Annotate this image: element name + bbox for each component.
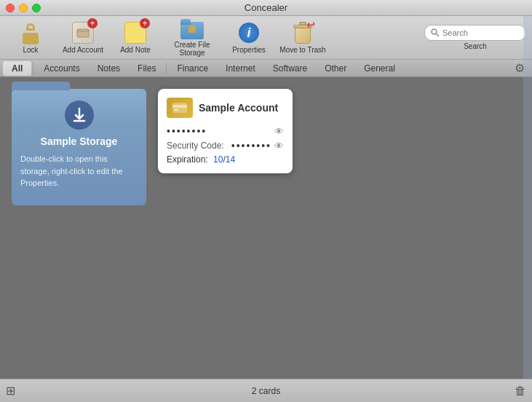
account-card-header: Sample Account (167, 98, 284, 118)
storage-card[interactable]: Sample Storage Double-click to open this… (12, 89, 146, 205)
folder-tab (12, 82, 70, 90)
add-note-label: Add Note (120, 46, 151, 54)
svg-point-2 (432, 29, 437, 34)
statusbar: ⊞ 2 cards 🗑 (0, 379, 532, 402)
account-password-field: •••••••• 👁 (167, 125, 284, 137)
tab-internet[interactable]: Internet (217, 61, 264, 76)
card-count: 2 cards (252, 386, 280, 396)
properties-button[interactable]: i Properties (224, 19, 274, 57)
add-account-icon (71, 21, 95, 44)
search-icon (431, 28, 440, 37)
tab-software[interactable]: Software (264, 61, 316, 76)
password-eye-icon[interactable]: 👁 (274, 126, 284, 137)
main-content: Sample Storage Double-click to open this… (0, 77, 532, 379)
add-account-label: Add Account (63, 46, 103, 54)
add-note-button[interactable]: Add Note (111, 19, 160, 57)
tab-finance[interactable]: Finance (168, 61, 217, 76)
search-input[interactable] (442, 28, 520, 37)
search-container: Search (424, 25, 526, 50)
search-label: Search (464, 42, 487, 50)
tab-divider-1 (33, 63, 33, 74)
tab-general[interactable]: General (355, 61, 404, 76)
app-title: Concealer (245, 2, 287, 13)
security-code-value: •••••••• 👁 (231, 140, 284, 151)
create-file-storage-label: Create File Storage (163, 41, 221, 57)
right-panel (523, 16, 532, 379)
security-code-label: Security Code: (167, 141, 224, 151)
properties-label: Properties (232, 46, 266, 54)
account-security-code-field: Security Code: •••••••• 👁 (167, 140, 284, 151)
account-title: Sample Account (199, 102, 278, 114)
move-to-trash-label: Move to Trash (279, 46, 325, 54)
storage-download-icon (65, 100, 94, 130)
account-password-value: •••••••• (167, 125, 207, 137)
account-expiration-field: Expiration: 10/14 (167, 154, 284, 165)
expiration-label: Expiration: (167, 154, 208, 165)
toolbar: Lock Add Account Add Note (0, 16, 532, 60)
window-controls (6, 4, 41, 12)
storage-title: Sample Storage (20, 135, 138, 147)
titlebar: Concealer (0, 0, 532, 16)
security-code-dots: •••••••• (231, 140, 271, 151)
create-file-storage-icon (180, 19, 204, 39)
svg-rect-7 (174, 109, 178, 111)
create-file-storage-button[interactable]: Create File Storage (163, 19, 221, 57)
statusbar-trash-icon[interactable]: 🗑 (515, 385, 526, 398)
storage-description: Double-click to open this storage, right… (20, 153, 138, 189)
add-note-icon (124, 21, 147, 44)
tab-notes[interactable]: Notes (89, 61, 129, 76)
tab-divider-2 (166, 63, 167, 74)
svg-rect-6 (172, 105, 187, 108)
add-account-button[interactable]: Add Account (58, 19, 108, 57)
security-code-eye-icon[interactable]: 👁 (274, 141, 284, 151)
properties-icon: i (237, 21, 261, 44)
grid-view-icon[interactable]: ⊞ (6, 384, 15, 398)
tab-all[interactable]: All (3, 61, 31, 76)
close-button[interactable] (6, 4, 15, 12)
maximize-button[interactable] (32, 4, 41, 12)
account-card-icon (167, 98, 193, 118)
tab-files[interactable]: Files (129, 61, 164, 76)
lock-label: Lock (23, 46, 38, 54)
search-input-wrapper[interactable] (424, 25, 526, 41)
move-to-trash-button[interactable]: ↩ Move to Trash (277, 19, 329, 57)
move-to-trash-icon: ↩ (291, 21, 314, 44)
account-card[interactable]: Sample Account •••••••• 👁 Security Code:… (158, 89, 293, 173)
tab-accounts[interactable]: Accounts (35, 61, 88, 76)
tab-other[interactable]: Other (316, 61, 355, 76)
tabbar: All Accounts Notes Files Finance Interne… (0, 60, 532, 77)
svg-rect-0 (77, 29, 89, 37)
expiration-month: 10 (213, 154, 223, 165)
lock-icon (19, 21, 42, 44)
lock-button[interactable]: Lock (6, 19, 55, 57)
expiration-year: 14 (226, 154, 235, 165)
svg-line-3 (437, 34, 440, 37)
minimize-button[interactable] (19, 4, 28, 12)
password-dots: •••••••• (167, 125, 207, 137)
